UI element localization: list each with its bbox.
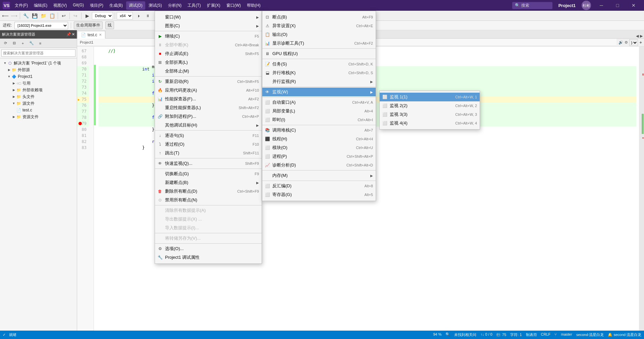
menu-restart[interactable]: ↻ 重新启动(R) Ctrl+Shift+F5	[155, 77, 262, 86]
lifecycle-btn[interactable]: 生命周期事件	[74, 21, 103, 29]
menu-terminate-all[interactable]: 全部终止(M)	[155, 67, 262, 76]
redo-button[interactable]: ↪	[71, 12, 79, 20]
toolbar-btn-5[interactable]: ▶	[83, 12, 91, 20]
menu-attach[interactable]: 🔗 附加到进程(P)... Ctrl+Alt+P	[155, 112, 262, 121]
menu-file[interactable]: 文件(F)	[12, 1, 31, 10]
toolbar-icon-2[interactable]: ⏸	[144, 12, 152, 20]
menu-toggle-bp[interactable]: 切换断点(G) F9	[155, 170, 262, 178]
toolbar-btn-3[interactable]: 📁	[39, 12, 47, 20]
menu-immediate[interactable]: ⬜ 即时(I) Ctrl+Alt+I	[262, 115, 376, 124]
tree-external-sources[interactable]: ▶ 📁 外部源	[0, 66, 77, 73]
status-git-branch[interactable]: master	[561, 332, 572, 337]
menu-help[interactable]: 帮助(H)	[244, 1, 263, 10]
menu-auto-window[interactable]: ⬜ 自动窗口(A) Ctrl+Alt+V, A	[262, 98, 376, 107]
menu-window[interactable]: 窗口(W)	[224, 1, 244, 10]
menu-output[interactable]: 📋 输出(O)	[262, 30, 376, 39]
menu-delete-bp[interactable]: 🗑 删除所有断点(D) Ctrl+Shift+F9	[155, 187, 262, 196]
menu-registers[interactable]: ⬜ 寄存器(G) Alt+5	[262, 190, 376, 199]
status-line-ending[interactable]: CRLF	[541, 332, 551, 337]
menu-git[interactable]: Git(G)	[70, 1, 87, 10]
menu-step-over[interactable]: ⤵ 逐过程(O) F10	[155, 140, 262, 149]
debug-config-select[interactable]: Debug	[92, 12, 113, 19]
menu-debug-props[interactable]: 🔧 Project1 调试属性	[155, 253, 262, 262]
menu-detach-all[interactable]: ⊠ 全部折离(L)	[155, 58, 262, 67]
menu-modules[interactable]: ⬜ 模块(O) Ctrl+Alt+U	[262, 143, 376, 152]
menu-locals[interactable]: ⬜ 局部变量(L) Alt+4	[262, 107, 376, 115]
tab-testc-close[interactable]: ✕	[99, 33, 102, 37]
user-avatar[interactable]: 杜彬	[582, 1, 591, 10]
status-col[interactable]: 字符: 1	[510, 332, 522, 337]
tab-scroll-right[interactable]: ▶	[640, 34, 643, 38]
menu-view[interactable]: 视图(V)	[51, 1, 69, 10]
menu-other-targets[interactable]: 其他调试目标(H) ▶	[155, 121, 262, 130]
menu-tools[interactable]: 工具(T)	[185, 1, 203, 10]
scroll-bar[interactable]	[639, 47, 644, 331]
status-errors[interactable]: ↑↓ 0 / 0	[480, 332, 492, 337]
watch-dropdown[interactable]: )	[629, 39, 638, 46]
tree-ext-deps[interactable]: ▶ 📁 外部依赖项	[0, 87, 77, 93]
menu-disasm[interactable]: ⬜ 反汇编(D) Alt+8	[262, 182, 376, 190]
sidebar-collapse-btn[interactable]: ⊟	[10, 39, 18, 47]
status-encoding[interactable]: 制表符	[526, 332, 537, 337]
tree-headers[interactable]: ▶ 📁 头文件	[0, 93, 77, 100]
tree-resources[interactable]: ▶ 📁 资源文件	[0, 113, 77, 120]
sidebar-more-btn[interactable]: ≡	[36, 39, 44, 47]
menu-threads[interactable]: ⬛ 线程(H) Ctrl+Alt+H	[262, 135, 376, 143]
maximize-button[interactable]: □	[610, 0, 625, 11]
editor-add-watch[interactable]: +	[639, 40, 642, 45]
tab-scroll-left[interactable]: ◀	[636, 34, 639, 38]
menu-apply-code[interactable]: 🔥 应用代码更改(A) Alt+F10	[155, 86, 262, 95]
toolbar-btn-1[interactable]: 🔧	[22, 12, 30, 20]
menu-watch-3[interactable]: ⬜ 监视 3(3) Ctrl+Alt+W, 3	[380, 110, 480, 119]
toolbar-btn-4[interactable]: 📋	[48, 12, 56, 20]
menu-extensions[interactable]: 扩展(X)	[204, 1, 223, 10]
menu-step-into[interactable]: ↓ 逐语句(S) F11	[155, 131, 262, 140]
menu-debug[interactable]: 调试(D)	[126, 1, 145, 10]
menu-window-sub[interactable]: 窗口(W) ▶	[155, 13, 262, 21]
menu-perf-profiler[interactable]: 📊 性能探查器(F)... Alt+F2	[155, 95, 262, 103]
menu-exception-settings[interactable]: ⚠ 异常设置(X) Ctrl+Alt+E	[262, 21, 376, 30]
menu-restart-profiler[interactable]: 重启性能探查器(L) Shift+Alt+F2	[155, 103, 262, 112]
status-line[interactable]: 行: 75	[496, 332, 506, 337]
menu-tasks[interactable]: 📝 任务(S) Ctrl+Shift+D, K	[262, 60, 376, 68]
menu-memory[interactable]: 内存(M) ▶	[262, 171, 376, 180]
toolbar-icon-1[interactable]: ⏵	[135, 12, 143, 20]
menu-edit[interactable]: 编辑(E)	[31, 1, 50, 10]
menu-watch[interactable]: 👁 监视(W) ▶	[262, 88, 376, 96]
tree-project[interactable]: ▼ 🔷 Project1	[0, 73, 77, 80]
minimize-button[interactable]: ─	[594, 0, 609, 11]
menu-build[interactable]: 生成(B)	[107, 1, 125, 10]
tree-solution[interactable]: ▼ ⬡ 解决方案 'Project1' (1 个项	[0, 60, 77, 66]
editor-extra-1[interactable]: 🔊	[619, 40, 623, 45]
forward-button[interactable]: ⟶	[10, 12, 18, 20]
menu-graphics-sub[interactable]: 图形(C) ▶	[155, 21, 262, 30]
menu-watch-1[interactable]: ⬜ 监视 1(1) Ctrl+Alt+W, 1	[380, 93, 480, 101]
menu-test[interactable]: 测试(S)	[146, 1, 165, 10]
menu-parallel-stacks[interactable]: ⬓ 并行堆栈(K) Ctrl+Shift+D, S	[262, 68, 376, 77]
menu-analyze[interactable]: 分析(N)	[165, 1, 184, 10]
global-search[interactable]: 🔍 搜索	[512, 2, 552, 9]
thread-btn[interactable]: 线	[105, 21, 114, 29]
sidebar-close[interactable]: ✕	[72, 32, 75, 37]
editor-extra-2[interactable]: ⚙	[625, 40, 628, 45]
menu-disable-bp[interactable]: ⊙ 禁用所有断点(N)	[155, 196, 262, 204]
menu-parallel-watch[interactable]: 并行监视(R) ▶	[262, 77, 376, 86]
tab-testc[interactable]: 📄 test.c ✕	[77, 31, 105, 39]
menu-callstack[interactable]: 📚 调用堆栈(C) Alt+7	[262, 126, 376, 135]
menu-continue[interactable]: ▶ 继续(C) F5	[155, 32, 262, 41]
toolbar-btn-2[interactable]: 💾	[31, 12, 39, 20]
tree-sources[interactable]: ▼ 📁 源文件	[0, 100, 77, 107]
menu-gpu-threads[interactable]: 🖥 GPU 线程(U)	[262, 49, 376, 58]
menu-stop-debug[interactable]: ■ 停止调试(E) Shift+F5	[155, 49, 262, 58]
menu-new-bp[interactable]: 新建断点(B) ▶	[155, 178, 262, 187]
platform-select[interactable]: x64	[117, 12, 133, 19]
back-button[interactable]: ⟵	[1, 12, 9, 20]
menu-project[interactable]: 项目(P)	[87, 1, 106, 10]
sidebar-pin[interactable]: 📌	[66, 32, 71, 37]
menu-diag-analysis[interactable]: 📈 诊断分析(D) Ctrl+Shift+Alt+D	[262, 161, 376, 170]
menu-options[interactable]: ⚙ 选项(O)...	[155, 244, 262, 253]
sidebar-add-btn[interactable]: +	[19, 39, 27, 47]
menu-step-out[interactable]: ↑ 跳出(T) Shift+F11	[155, 149, 262, 157]
tree-ref[interactable]: ▶ ○□ 引用	[0, 80, 77, 87]
menu-watch-2[interactable]: ⬜ 监视 2(2) Ctrl+Alt+W, 2	[380, 101, 480, 110]
